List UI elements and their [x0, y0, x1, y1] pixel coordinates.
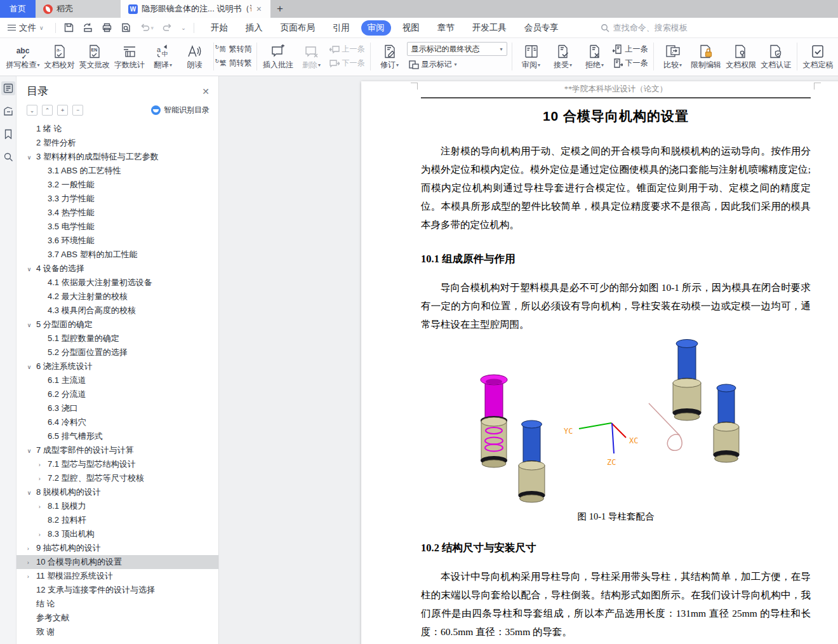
toc-item[interactable]: 12 支承与连接零件的设计与选择	[17, 583, 218, 597]
word-count-button[interactable]: 字数统计	[112, 40, 147, 73]
print-button[interactable]	[102, 22, 112, 33]
toc-item[interactable]: › 8.1 脱模力	[17, 499, 218, 513]
menu-tab[interactable]: 审阅	[361, 20, 391, 36]
zoom-out-level-button[interactable]: －	[72, 105, 83, 116]
document-workspace[interactable]: **学院本科毕业设计（论文） 10 合模导向机构的设置 注射模的导向机构用于动、…	[219, 76, 838, 644]
menu-tab[interactable]: 开始	[204, 20, 234, 36]
toc-item-chevron-icon[interactable]: ›	[27, 559, 36, 565]
toc-panel-button[interactable]	[1, 81, 15, 95]
next-change-button[interactable]: 下一条	[611, 57, 650, 69]
toc-item[interactable]: 结 论	[17, 597, 218, 611]
toc-item[interactable]: 参考文献	[17, 611, 218, 625]
document-page[interactable]: **学院本科毕业设计（论文） 10 合模导向机构的设置 注射模的导向机构用于动、…	[361, 81, 838, 644]
undo-button[interactable]	[140, 22, 150, 33]
collapse-all-button[interactable]: ⌃	[42, 105, 53, 116]
toc-item[interactable]: 6.1 主流道	[17, 373, 218, 387]
new-tab-button[interactable]: +	[270, 0, 289, 18]
toc-item[interactable]: 3.4 热学性能	[17, 206, 218, 220]
toc-item-chevron-icon[interactable]: ∨	[27, 363, 36, 370]
previous-change-button[interactable]: 上一条	[611, 43, 650, 55]
toc-item-chevron-icon[interactable]: ∨	[27, 154, 36, 160]
doc-proofread-button[interactable]: a- 文档校对	[42, 40, 77, 73]
home-tab[interactable]: 首页	[0, 0, 36, 18]
export-button[interactable]	[83, 22, 93, 33]
undo-dropdown-icon[interactable]: ▾	[151, 25, 154, 31]
menu-tab[interactable]: 视图	[396, 20, 426, 36]
menu-tab[interactable]: 章节	[431, 20, 461, 36]
docer-tab[interactable]: 稻壳	[36, 0, 121, 18]
close-icon[interactable]: ✕	[202, 86, 210, 97]
toc-item[interactable]: ∨ 7 成型零部件的设计与计算	[17, 443, 218, 457]
simp-to-trad-button[interactable]: 繁简转繁	[217, 57, 253, 69]
review-panel-button[interactable]: 审阅▾	[515, 40, 547, 73]
toc-item[interactable]: 3.2 一般性能	[17, 178, 218, 192]
toc-item[interactable]: › 7.2 型腔、型芯等尺寸校核	[17, 471, 218, 485]
delete-comment-button[interactable]: 删除▾	[296, 40, 328, 73]
toc-item[interactable]: 4.2 最大注射量的校核	[17, 290, 218, 304]
save-button[interactable]	[63, 22, 74, 33]
toc-item[interactable]: 3.5 电学性能	[17, 220, 218, 234]
annotation-panel-button[interactable]	[1, 104, 15, 118]
toc-item[interactable]: › 10 合模导向机构的设置	[17, 555, 218, 569]
previous-comment-button[interactable]: 上一条	[328, 43, 367, 55]
toc-item[interactable]: ∨ 3 塑料材料的成型特征与工艺参数	[17, 150, 218, 164]
command-search[interactable]: 查找命令、搜索模板	[601, 22, 688, 34]
toc-item-chevron-icon[interactable]: ∨	[27, 265, 36, 272]
zoom-in-level-button[interactable]: ＋	[57, 105, 68, 116]
toc-item[interactable]: 致 谢	[17, 625, 218, 639]
reject-change-button[interactable]: 拒绝▾	[579, 40, 611, 73]
menu-tab[interactable]: 开发工具	[466, 20, 513, 36]
read-aloud-button[interactable]: 朗读	[178, 40, 210, 73]
toc-item-chevron-icon[interactable]: ›	[27, 545, 36, 551]
toc-item-chevron-icon[interactable]: ›	[39, 503, 48, 509]
accept-change-button[interactable]: 接受▾	[547, 40, 579, 73]
toc-item-chevron-icon[interactable]: ›	[39, 531, 48, 537]
toc-item[interactable]: 4.1 依据最大注射量初选设备	[17, 276, 218, 290]
menu-tab[interactable]: 页面布局	[274, 20, 321, 36]
toc-item[interactable]: 3.6 环境性能	[17, 234, 218, 248]
toc-item-chevron-icon[interactable]: ∨	[27, 489, 36, 495]
track-changes-button[interactable]: 修订▾	[374, 40, 406, 73]
insert-comment-button[interactable]: 插入批注	[260, 40, 295, 73]
toc-item[interactable]: › 11 塑模温控系统设计	[17, 569, 218, 583]
finalize-document-button[interactable]: 文档定稿	[801, 40, 835, 73]
spell-check-button[interactable]: abc 拼写检查▾	[4, 40, 42, 73]
translate-button[interactable]: a中 翻译▾	[147, 40, 178, 73]
toc-item[interactable]: 3.3 力学性能	[17, 192, 218, 206]
toc-item[interactable]: 6.5 排气槽形式	[17, 429, 218, 443]
toc-item[interactable]: 8.2 拉料杆	[17, 513, 218, 527]
toc-item[interactable]: 1 绪 论	[17, 122, 218, 136]
toc-item-chevron-icon[interactable]: ›	[27, 573, 36, 579]
toc-item[interactable]: 3.7 ABS 塑料的加工性能	[17, 248, 218, 262]
toc-item[interactable]: ∨ 4 设备的选择	[17, 262, 218, 276]
redo-button[interactable]	[162, 22, 173, 33]
toc-item[interactable]: 6.4 冷料穴	[17, 415, 218, 429]
toc-item[interactable]: 6.2 分流道	[17, 387, 218, 401]
english-correction-button[interactable]: EN 英文批改	[77, 40, 112, 73]
toc-item[interactable]: 5.1 型腔数量的确定	[17, 332, 218, 345]
toc-item[interactable]: › 9 抽芯机构的设计	[17, 541, 218, 555]
toc-item[interactable]: 6.3 浇口	[17, 401, 218, 415]
toc-item[interactable]: › 7.1 型芯与型芯结构设计	[17, 457, 218, 471]
menu-tab[interactable]: 插入	[239, 20, 269, 36]
toc-item[interactable]: ∨ 5 分型面的确定	[17, 318, 218, 332]
smart-recognize-toc-button[interactable]: 智能识别目录	[151, 105, 210, 116]
trad-to-simp-button[interactable]: 简繁转简	[217, 43, 253, 55]
customize-toolbar-icon[interactable]: ⌄	[181, 25, 186, 31]
toc-item[interactable]: ∨ 8 脱模机构的设计	[17, 485, 218, 499]
close-tab-icon[interactable]: ×	[255, 4, 263, 14]
show-markup-button[interactable]: 显示标记▾	[407, 58, 507, 70]
toc-item-chevron-icon[interactable]: ∨	[27, 447, 36, 453]
document-permission-button[interactable]: 文档权限	[724, 40, 759, 73]
toc-item[interactable]: 4.3 模具闭合高度的校核	[17, 304, 218, 318]
search-panel-button[interactable]	[1, 150, 15, 164]
file-menu-button[interactable]: 文件 ∨	[0, 22, 50, 34]
menu-tab[interactable]: 引用	[326, 20, 356, 36]
document-tab[interactable]: W 隐形眼镜盒体的注... 说明书（论文） ×	[121, 0, 270, 18]
menu-tab[interactable]: 会员专享	[518, 20, 565, 36]
toc-item[interactable]: 2 塑件分析	[17, 136, 218, 150]
toc-item-chevron-icon[interactable]: ›	[39, 461, 48, 467]
toc-item[interactable]: › 8.3 顶出机构	[17, 527, 218, 541]
toc-item[interactable]: 3.1 ABS 的工艺特性	[17, 164, 218, 178]
toc-item-chevron-icon[interactable]: ›	[39, 475, 48, 481]
